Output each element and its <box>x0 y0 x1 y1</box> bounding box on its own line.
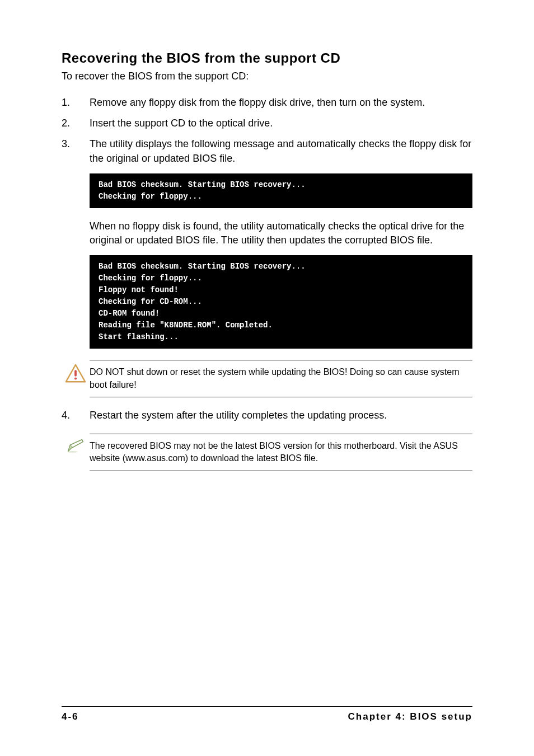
warning-icon <box>62 360 90 383</box>
step-3: 3. The utility displays the following me… <box>62 137 472 165</box>
step-text: Restart the system after the utility com… <box>90 408 472 422</box>
step-text: Remove any floppy disk from the floppy d… <box>90 96 472 110</box>
step-number: 4. <box>62 408 90 422</box>
section-heading: Recovering the BIOS from the support CD <box>62 50 472 66</box>
svg-point-2 <box>67 451 78 453</box>
step-number: 3. <box>62 137 90 165</box>
step-3-continuation: When no floppy disk is found, the utilit… <box>90 219 472 247</box>
note-text: The recovered BIOS may not be the latest… <box>90 434 472 471</box>
warning-text: DO NOT shut down or reset the system whi… <box>90 360 472 397</box>
step-1: 1. Remove any floppy disk from the flopp… <box>62 96 472 110</box>
chapter-label: Chapter 4: BIOS setup <box>348 711 472 722</box>
svg-rect-0 <box>74 370 77 376</box>
steps-list: 1. Remove any floppy disk from the flopp… <box>62 96 472 471</box>
step-text: Insert the support CD to the optical dri… <box>90 116 472 130</box>
step-text: The utility displays the following messa… <box>90 137 472 165</box>
console-output-1: Bad BIOS checksum. Starting BIOS recover… <box>90 173 472 208</box>
step-2: 2. Insert the support CD to the optical … <box>62 116 472 130</box>
step-number: 1. <box>62 96 90 110</box>
intro-text: To recover the BIOS from the support CD: <box>62 71 472 82</box>
svg-point-1 <box>74 378 77 380</box>
console-output-2: Bad BIOS checksum. Starting BIOS recover… <box>90 255 472 349</box>
page-footer: 4-6 Chapter 4: BIOS setup <box>62 706 472 722</box>
page-content: Recovering the BIOS from the support CD … <box>62 50 472 471</box>
pencil-icon <box>62 434 90 454</box>
page-number: 4-6 <box>62 711 79 722</box>
step-number: 2. <box>62 116 90 130</box>
note-callout: The recovered BIOS may not be the latest… <box>62 434 472 471</box>
step-4: 4. Restart the system after the utility … <box>62 408 472 422</box>
warning-callout: DO NOT shut down or reset the system whi… <box>62 360 472 397</box>
